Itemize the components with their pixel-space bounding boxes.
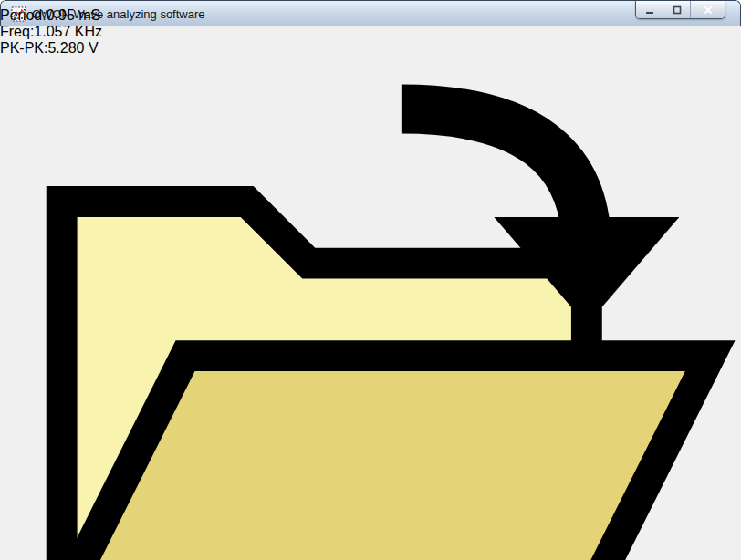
measurement-label: Freq: (0, 24, 34, 39)
measurement-row: Period:0.95 mS (0, 7, 741, 24)
toolbar (0, 16, 741, 560)
measurement-label: PK-PK: (0, 40, 47, 56)
measurement-label: Period: (0, 7, 47, 23)
client-area: FileViewFormatCommunicationsLanguageHelp… (0, 0, 741, 560)
measurement-value: 5.280 V (47, 40, 98, 56)
measurement-value: 0.95 mS (47, 7, 101, 23)
measurement-value: 1.057 KHz (34, 24, 102, 39)
measurement-rows: Period:0.95 mSFreq:1.057 KHzPK-PK:5.280 … (0, 7, 741, 67)
measurement-row: PK-PK:5.280 V (0, 40, 741, 57)
measurement-row: Freq:1.057 KHz (0, 24, 741, 40)
app-window: OWON Wave analyzing software FileViewFor… (0, 0, 741, 560)
